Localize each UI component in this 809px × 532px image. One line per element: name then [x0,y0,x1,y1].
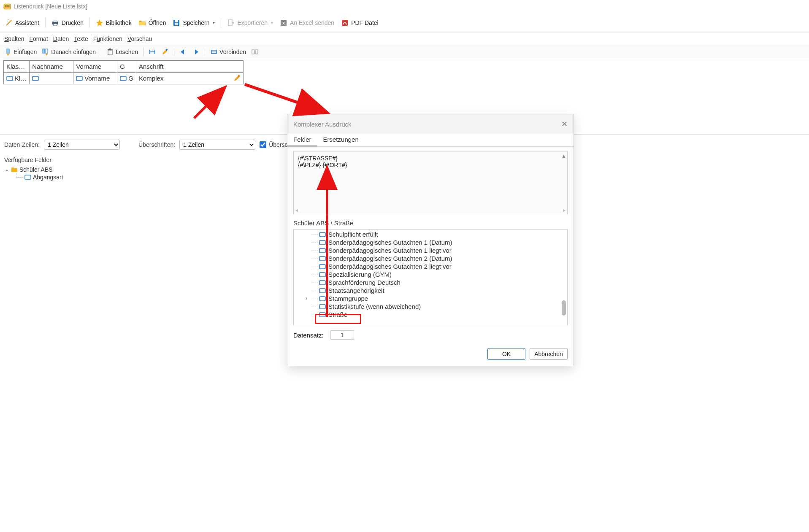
menu-format-label: Format [30,35,48,42]
col-header[interactable]: Klas… [4,61,30,73]
exportieren-label: Exportieren [237,19,268,26]
dialog-tabs: Felder Ersetzungen [287,133,574,147]
scroll-left-icon[interactable]: ◂ [295,207,298,213]
folder-icon [11,167,18,173]
cell[interactable]: Vorname [73,73,117,84]
ueberschrifte-checkbox[interactable] [260,141,266,148]
brush-icon [161,48,169,56]
exportieren-button[interactable]: Exportieren ▾ [225,17,276,28]
dialog-buttons: OK Abbrechen [287,345,574,366]
field-list[interactable]: Schulpflicht erfülltSonderpädagogisches … [293,229,568,325]
field-list-label: Sonderpädagogisches Gutachten 2 liegt vo… [328,263,452,270]
chevron-down-icon: ▾ [213,20,215,25]
cell[interactable]: G [117,73,136,84]
menu-funktionen[interactable]: Funktionen [92,35,124,43]
field-icon [24,175,31,180]
cell[interactable]: Kl… [4,73,30,84]
datenzeilen-select[interactable]: 1 Zeilen [44,140,120,150]
field-icon [319,264,326,269]
cell-anschrift[interactable]: Komplex [136,73,244,84]
svg-rect-42 [319,232,325,237]
drucken-button[interactable]: Drucken [49,17,86,28]
toolbar-separator [89,18,90,28]
cell-value: G [128,75,133,82]
verbinden-label: Verbinden [219,49,246,55]
cell[interactable] [30,73,73,84]
svg-marker-22 [45,54,48,56]
danach-button[interactable]: Danach einfügen [40,47,97,57]
field-list-item[interactable]: Straße [319,311,567,319]
svg-rect-36 [7,76,13,81]
tree-child-label: Abgangsart [33,174,63,181]
bibliothek-button[interactable]: Bibliothek [93,17,134,28]
trash-icon [106,48,114,56]
field-list-item[interactable]: ›Stammgruppe [319,294,567,302]
field-list-label: Sonderpädagogisches Gutachten 1 (Datum) [328,239,452,246]
col-header[interactable]: Vorname [73,61,117,73]
star-icon [96,19,103,27]
scrollbar-thumb[interactable] [562,300,566,316]
ueberschriften-select[interactable]: 1 Zeilen [179,140,255,150]
field-list-label: Sprachförderung Deutsch [328,279,400,286]
menu-spalten[interactable]: Spalten [3,35,26,43]
menu-format[interactable]: Format [28,35,50,43]
svg-rect-2 [5,6,9,7]
scroll-right-icon[interactable]: ▸ [563,207,565,213]
drucken-label: Drucken [62,19,84,26]
field-list-item[interactable]: Spezialisierung (GYM) [319,270,567,278]
width-tool-button[interactable] [147,47,158,57]
field-list-item[interactable]: Sprachförderung Deutsch [319,278,567,286]
expression-textarea[interactable]: {#\STRASSE#} {#\PLZ#} {#\ORT#} ▲ ◂ ▸ [293,151,568,214]
svg-marker-31 [195,49,198,54]
menu-texte[interactable]: Texte [72,35,89,43]
scrollbar-track[interactable] [560,230,567,325]
col-header[interactable]: Anschrift [136,61,244,73]
pdf-button[interactable]: PDF Datei [338,17,381,28]
oeffnen-label: Öffnen [149,19,166,26]
field-list-item[interactable]: Sonderpädagogisches Gutachten 2 (Datum) [319,254,567,262]
field-list-item[interactable]: Staatsangehörigkeit [319,286,567,294]
sub-separator [205,48,205,56]
datensatz-input[interactable] [330,330,354,340]
unmerge-button[interactable] [249,47,260,57]
close-icon[interactable]: ✕ [561,119,568,129]
svg-rect-14 [228,20,232,26]
cancel-button[interactable]: Abbrechen [530,348,568,360]
field-list-label: Sonderpädagogisches Gutachten 1 liegt vo… [328,247,452,254]
col-header[interactable]: Nachname [30,61,73,73]
excel-button[interactable]: X An Excel senden [277,17,337,28]
move-right-button[interactable] [190,47,201,57]
menu-vorschau[interactable]: Vorschau [126,35,154,43]
dialog-titlebar[interactable]: Komplexer Ausdruck ✕ [287,114,574,133]
field-list-item[interactable]: Sonderpädagogisches Gutachten 1 liegt vo… [319,246,567,254]
field-list-item[interactable]: Sonderpädagogisches Gutachten 1 (Datum) [319,238,567,246]
oeffnen-button[interactable]: Öffnen [136,17,169,28]
loeschen-button[interactable]: Löschen [105,47,140,57]
wand-icon [5,19,13,27]
field-icon [319,256,326,261]
assistent-label: Assistent [15,19,39,26]
menu-daten[interactable]: Daten [51,35,70,43]
col-header[interactable]: G [117,61,136,73]
einfuegen-button[interactable]: Einfügen [3,47,38,57]
svg-point-6 [8,19,9,20]
brush-button[interactable] [160,47,170,57]
field-list-item[interactable]: Statistikstufe (wenn abweichend) [319,302,567,311]
scroll-up-icon[interactable]: ▲ [561,153,566,159]
move-left-button[interactable] [178,47,189,57]
tab-felder[interactable]: Felder [287,133,317,146]
printer-icon [51,19,59,27]
ok-button[interactable]: OK [487,348,525,360]
pencil-icon[interactable] [233,75,241,82]
field-list-item[interactable]: Schulpflicht erfüllt [319,230,567,238]
tab-ersetzungen[interactable]: Ersetzungen [317,133,365,146]
field-list-label: Spezialisierung (GYM) [328,271,392,278]
svg-rect-43 [319,240,325,245]
svg-rect-44 [319,248,325,253]
verbinden-button[interactable]: Verbinden [208,47,248,57]
expression-text: {#\STRASSE#} {#\PLZ#} {#\ORT#} [298,155,347,168]
ueberschriften-label: Überschriften: [138,141,175,148]
assistent-button[interactable]: Assistent [3,17,42,28]
speichern-button[interactable]: Speichern ▾ [170,17,217,28]
field-list-item[interactable]: Sonderpädagogisches Gutachten 2 liegt vo… [319,262,567,270]
